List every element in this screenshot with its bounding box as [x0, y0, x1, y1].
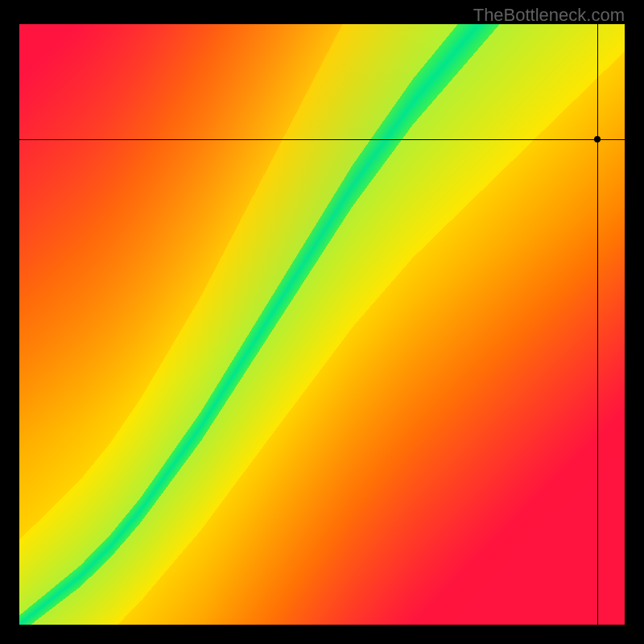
- crosshair-horizontal: [19, 139, 625, 140]
- heatmap-plot: [19, 24, 625, 625]
- marker-point: [594, 136, 601, 142]
- watermark-text: TheBottleneck.com: [473, 5, 625, 26]
- heatmap-canvas: [19, 24, 625, 625]
- crosshair-vertical: [597, 24, 598, 625]
